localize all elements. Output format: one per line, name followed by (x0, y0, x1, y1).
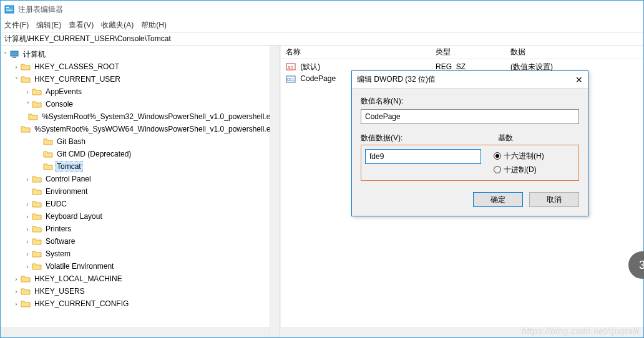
chevron-down-icon[interactable]: ˅ (1, 50, 9, 59)
chevron-right-icon[interactable]: › (23, 175, 32, 183)
regedit-window: 注册表编辑器 文件(F) 编辑(E) 查看(V) 收藏夹(A) 帮助(H) 计算… (0, 0, 644, 338)
chevron-right-icon[interactable]: › (23, 87, 32, 96)
value-data-input[interactable] (365, 149, 481, 164)
tree-hkcc[interactable]: › HKEY_CURRENT_CONFIG (1, 297, 280, 310)
chevron-right-icon[interactable]: › (12, 274, 21, 283)
value-type: REG_SZ (431, 62, 505, 71)
svg-text:ab: ab (288, 64, 293, 70)
menubar: 文件(F) 编辑(E) 查看(V) 收藏夹(A) 帮助(H) (1, 18, 643, 32)
column-name[interactable]: 名称 (281, 47, 431, 57)
folder-icon (32, 99, 42, 109)
folder-icon (32, 199, 42, 209)
value-name: (默认) (300, 62, 320, 71)
tree-volatile[interactable]: › Volatile Environment (1, 260, 280, 273)
svg-rect-5 (12, 57, 16, 58)
dialog-titlebar[interactable]: 编辑 DWORD (32 位)值 ✕ (352, 71, 588, 89)
menu-file[interactable]: 文件(F) (4, 20, 29, 31)
menu-help[interactable]: 帮助(H) (141, 20, 167, 31)
tree-eudc[interactable]: › EUDC (1, 198, 280, 210)
folder-icon (21, 74, 31, 84)
radio-hex[interactable]: 十六进制(H) (494, 149, 575, 163)
close-icon[interactable]: ✕ (565, 75, 583, 85)
tree-label: HKEY_CURRENT_USER (33, 74, 122, 84)
tree-label: AppEvents (44, 87, 83, 97)
cancel-button[interactable]: 取消 (529, 192, 579, 207)
tree-console-child[interactable]: Git Bash (1, 135, 280, 148)
tree-environment[interactable]: Environment (1, 185, 280, 198)
tree-label: HKEY_LOCAL_MACHINE (33, 274, 124, 284)
tree-label: Tomcat (56, 162, 82, 171)
folder-icon (43, 162, 53, 171)
tree-appevents[interactable]: › AppEvents (1, 85, 280, 98)
value-data-label: 数值数据(V): (361, 133, 485, 143)
folder-icon (32, 249, 42, 259)
scrollbar-horizontal[interactable] (1, 327, 270, 337)
scrollbar-horizontal[interactable] (281, 327, 643, 337)
window-title: 注册表编辑器 (18, 4, 63, 15)
tree-keyboard[interactable]: › Keyboard Layout (1, 210, 280, 223)
tree-hku[interactable]: › HKEY_USERS (1, 285, 280, 297)
folder-icon (32, 186, 42, 196)
chevron-right-icon[interactable]: › (23, 212, 32, 221)
tree-hkcr[interactable]: › HKEY_CLASSES_ROOT (1, 60, 280, 73)
ok-button[interactable]: 确定 (473, 192, 523, 207)
tree-hklm[interactable]: › HKEY_LOCAL_MACHINE (1, 273, 280, 285)
tree-console-child[interactable]: Git CMD (Deprecated) (1, 148, 280, 160)
tree-system[interactable]: › System (1, 248, 280, 260)
folder-icon (21, 124, 31, 134)
chevron-right-icon[interactable]: › (12, 62, 21, 71)
body: ˅ 计算机 › HKEY_CLASSES_ROOT ˅ HKEY_CURRENT… (1, 46, 643, 337)
tree-console[interactable]: ˅ Console (1, 98, 280, 110)
radio-dec[interactable]: 十进制(D) (494, 163, 575, 176)
value-name-label: 数值名称(N): (361, 96, 579, 107)
menu-edit[interactable]: 编辑(E) (36, 20, 61, 31)
tree-label: Console (44, 99, 74, 109)
edit-dword-dialog: 编辑 DWORD (32 位)值 ✕ 数值名称(N): 数值数据(V): 基数 (351, 70, 588, 216)
tree-label: Git Bash (56, 137, 87, 147)
chevron-right-icon[interactable]: › (12, 287, 21, 296)
tree-software[interactable]: › Software (1, 235, 280, 248)
tree-label: HKEY_CURRENT_CONFIG (33, 299, 130, 309)
chevron-right-icon[interactable]: › (23, 237, 32, 246)
svg-rect-1 (6, 7, 9, 8)
tree-printers[interactable]: › Printers (1, 223, 280, 235)
tree-label: %SystemRoot%_SysWOW64_WindowsPowerShell_… (33, 124, 280, 134)
tree-control-panel[interactable]: › Control Panel (1, 173, 280, 185)
chevron-right-icon[interactable]: › (12, 299, 21, 308)
tree-console-child[interactable]: %SystemRoot%_System32_WindowsPowerShell_… (1, 110, 280, 123)
chevron-right-icon[interactable]: › (23, 249, 32, 258)
value-name-input[interactable] (361, 109, 579, 124)
folder-icon (21, 299, 31, 309)
menu-view[interactable]: 查看(V) (69, 20, 94, 31)
tree-hkcu[interactable]: ˅ HKEY_CURRENT_USER (1, 73, 280, 85)
folder-icon (32, 174, 42, 184)
chevron-down-icon[interactable]: ˅ (12, 75, 21, 84)
chevron-right-icon[interactable]: › (23, 200, 32, 208)
chevron-right-icon[interactable]: › (23, 225, 32, 233)
folder-icon (43, 149, 53, 159)
tree-label: %SystemRoot%_System32_WindowsPowerShell_… (41, 112, 280, 122)
svg-text:011: 011 (287, 77, 295, 82)
column-data[interactable]: 数据 (505, 47, 643, 57)
column-type[interactable]: 类型 (431, 47, 505, 57)
list-pane: 名称 类型 数据 ab (默认) REG_SZ (数值未设置) 011 Code… (280, 46, 643, 337)
folder-icon (43, 137, 53, 147)
menu-favorites[interactable]: 收藏夹(A) (101, 20, 134, 31)
svg-rect-2 (6, 9, 12, 9)
tree-console-child[interactable]: %SystemRoot%_SysWOW64_WindowsPowerShell_… (1, 123, 280, 135)
address-bar[interactable]: 计算机\HKEY_CURRENT_USER\Console\Tomcat (1, 32, 643, 46)
tree-console-tomcat[interactable]: Tomcat (1, 160, 280, 173)
svg-rect-4 (11, 51, 18, 56)
tree-label: HKEY_CLASSES_ROOT (33, 62, 120, 72)
tree-label: Environment (44, 186, 89, 196)
chevron-down-icon[interactable]: ˅ (23, 100, 32, 109)
dialog-body: 数值名称(N): 数值数据(V): 基数 (352, 89, 588, 216)
chevron-right-icon[interactable]: › (23, 262, 32, 271)
tree-label: 计算机 (22, 49, 47, 60)
value-name: CodePage (300, 74, 336, 83)
tree-label: Software (44, 236, 76, 246)
folder-icon (21, 62, 31, 72)
scrollbar-vertical[interactable] (270, 46, 280, 337)
list-header: 名称 类型 数据 (281, 46, 643, 59)
tree-root[interactable]: ˅ 计算机 (1, 48, 280, 60)
